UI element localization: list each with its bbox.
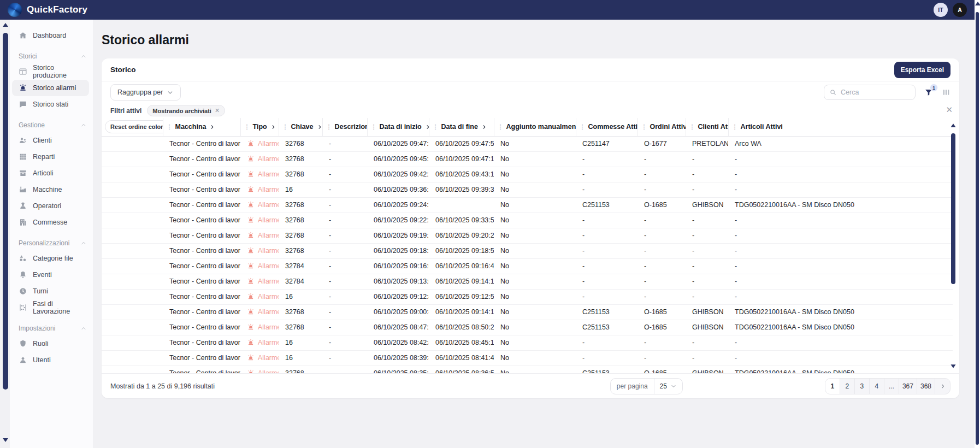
page-button-2[interactable]: 2 <box>840 379 855 394</box>
column-header-articoli-attivi[interactable]: ⋮Articoli Attivi <box>728 118 953 136</box>
drag-handle-icon[interactable]: ⋮ <box>371 124 376 130</box>
drag-handle-icon[interactable]: ⋮ <box>641 124 647 130</box>
sidebar-section-gestione[interactable]: Gestione <box>19 121 87 129</box>
results-count-text: Mostrati da 1 a 25 di 9,196 risultati <box>110 382 215 390</box>
page-scroll-up-icon[interactable] <box>975 2 980 5</box>
sort-chevron-icon[interactable] <box>425 124 429 130</box>
column-header-data-di-inizio[interactable]: ⋮Data di inizio <box>367 118 429 136</box>
sidebar-scroll-up-icon[interactable] <box>3 23 8 27</box>
table-row[interactable]: Tecnor - Centro di lavoro 1Allarme32768-… <box>102 213 953 228</box>
column-header-chiave[interactable]: ⋮Chiave <box>279 118 322 136</box>
sidebar-item-operatori[interactable]: Operatori <box>12 198 89 214</box>
reset-column-order-button[interactable]: Reset ordine colonne <box>105 120 163 133</box>
sidebar-item-fasi-di-lavorazione[interactable]: Fasi di Lavorazione <box>12 299 89 316</box>
export-excel-button[interactable]: Esporta Excel <box>894 62 951 78</box>
table-row[interactable]: Tecnor - Centro di lavoro 2Allarme32768-… <box>102 136 953 151</box>
sidebar-item-dashboard[interactable]: Dashboard <box>12 27 89 44</box>
chip-close-icon[interactable]: ✕ <box>215 107 220 114</box>
column-header-descrizione[interactable]: ⋮Descrizione <box>322 118 367 136</box>
table-row[interactable]: Tecnor - Centro di lavoro 3Allarme32768-… <box>102 366 953 373</box>
sidebar-item-ruoli[interactable]: Ruoli <box>12 335 89 352</box>
column-header-clienti-attivi[interactable]: ⋮Clienti Attivi <box>686 118 728 136</box>
alarm-history-table: Reset ordine colonne⋮Macchina⋮Tipo⋮Chiav… <box>102 118 953 373</box>
drag-handle-icon[interactable]: ⋮ <box>167 124 172 130</box>
sidebar-item-storico-produzione[interactable]: Storico produzione <box>12 63 89 80</box>
page-button-4[interactable]: 4 <box>870 379 884 394</box>
sidebar-scroll-down-icon[interactable] <box>3 438 8 442</box>
drag-handle-icon[interactable]: ⋮ <box>580 124 585 130</box>
search-input[interactable] <box>841 89 901 96</box>
table-scrollbar-thumb[interactable] <box>951 133 955 284</box>
page-button-367[interactable]: 367 <box>899 379 917 394</box>
sidebar-item-storico-stati[interactable]: Storico stati <box>12 96 89 113</box>
sidebar-scrollbar[interactable] <box>1 20 10 448</box>
sidebar-item-macchine[interactable]: Macchine <box>12 181 89 198</box>
table-row[interactable]: Tecnor - Centro di lavoro 1Allarme32784-… <box>102 258 953 274</box>
sidebar-item-articoli[interactable]: Articoli <box>12 165 89 181</box>
page-button-3[interactable]: 3 <box>855 379 870 394</box>
drag-handle-icon[interactable]: ⋮ <box>326 124 332 130</box>
page-button-1[interactable]: 1 <box>825 379 840 394</box>
sidebar-item-categorie-file[interactable]: Categorie file <box>12 250 89 267</box>
sidebar-section-personalizzazioni[interactable]: Personalizzazioni <box>19 239 87 247</box>
table-row[interactable]: Tecnor - Centro di lavoro 1Allarme32784-… <box>102 274 953 289</box>
drag-handle-icon[interactable]: ⋮ <box>498 124 503 130</box>
table-scroll-down-icon[interactable] <box>951 364 956 368</box>
sidebar-section-storici[interactable]: Storici <box>19 52 87 60</box>
table-row[interactable]: Tecnor - Centro di lavoro 1Allarme16-06/… <box>102 335 953 350</box>
sidebar-item-storico-allarmi[interactable]: Storico allarmi <box>12 80 89 96</box>
cell-ordini-attivi: - <box>637 258 686 274</box>
column-header-ordini-attivi[interactable]: ⋮Ordini Attivi <box>637 118 686 136</box>
column-header-data-di-fine[interactable]: ⋮Data di fine <box>429 118 494 136</box>
filter-chip-archived[interactable]: Mostrando archiviati ✕ <box>147 105 225 116</box>
sidebar-item-clienti[interactable]: Clienti <box>12 132 89 149</box>
next-page-button[interactable] <box>935 379 950 394</box>
avatar[interactable]: A <box>953 3 967 17</box>
language-badge[interactable]: IT <box>934 3 948 17</box>
table-row[interactable]: Tecnor - Centro di lavoro 1Allarme16-06/… <box>102 289 953 304</box>
table-scroll-up-icon[interactable] <box>951 123 956 127</box>
table-row[interactable]: Tecnor - Centro di lavoro 1Allarme32768-… <box>102 167 953 182</box>
sidebar-item-reparti[interactable]: Reparti <box>12 149 89 165</box>
columns-toggle-button[interactable] <box>942 88 951 97</box>
sidebar-scrollbar-thumb[interactable] <box>3 33 8 390</box>
sidebar-item-utenti[interactable]: Utenti <box>12 352 89 368</box>
search-box[interactable] <box>824 85 916 100</box>
table-row[interactable]: Tecnor - Centro di lavoro 1Allarme32768-… <box>102 151 953 167</box>
drag-handle-icon[interactable]: ⋮ <box>282 124 288 130</box>
column-header-tipo[interactable]: ⋮Tipo <box>240 118 279 136</box>
sidebar-item-eventi[interactable]: Eventi <box>12 267 89 283</box>
column-header-macchina[interactable]: ⋮Macchina <box>163 118 240 136</box>
table-row[interactable]: Tecnor - Centro di lavoro 1Allarme16-06/… <box>102 350 953 366</box>
table-row[interactable]: Tecnor - Centro di lavoro 3Allarme32768-… <box>102 197 953 213</box>
table-row[interactable]: Tecnor - Centro di lavoro 1Allarme32768-… <box>102 243 953 258</box>
cell-clienti-attivi: GHIBSON <box>686 366 728 373</box>
page-scrollbar[interactable] <box>975 0 980 448</box>
drag-handle-icon[interactable]: ⋮ <box>433 124 438 130</box>
sort-chevron-icon[interactable] <box>209 124 215 130</box>
drag-handle-icon[interactable]: ⋮ <box>732 124 737 130</box>
page-button-368[interactable]: 368 <box>917 379 935 394</box>
table-row[interactable]: Tecnor - Centro di lavoro 3Allarme32768-… <box>102 320 953 335</box>
filter-button[interactable]: 1 <box>924 88 933 97</box>
sidebar-item-commesse[interactable]: Commesse <box>12 214 89 231</box>
drag-handle-icon[interactable]: ⋮ <box>689 124 695 130</box>
drag-handle-icon[interactable]: ⋮ <box>244 124 250 130</box>
alarm-siren-icon <box>247 323 255 331</box>
table-row[interactable]: Tecnor - Centro di lavoro 3Allarme32768-… <box>102 304 953 320</box>
column-header-aggiunto-manualmente[interactable]: ⋮Aggiunto manualmente <box>494 118 576 136</box>
group-by-button[interactable]: Raggruppa per <box>110 84 181 101</box>
sort-chevron-icon[interactable] <box>481 124 487 130</box>
filters-close-icon[interactable]: ✕ <box>946 105 953 115</box>
table-row[interactable]: Tecnor - Centro di lavoro 1Allarme16-06/… <box>102 182 953 197</box>
page-scrollbar-thumb[interactable] <box>976 12 979 445</box>
sort-chevron-icon[interactable] <box>317 124 323 130</box>
sidebar-section-impostazioni[interactable]: Impostazioni <box>19 325 87 332</box>
column-header-commesse-attive[interactable]: ⋮Commesse Attive <box>576 118 637 136</box>
table-scrollbar[interactable] <box>950 119 957 372</box>
per-page-select[interactable]: 25 <box>654 379 682 394</box>
table-row[interactable]: Tecnor - Centro di lavoro 1Allarme32768-… <box>102 228 953 243</box>
sort-chevron-icon[interactable] <box>270 124 276 130</box>
sidebar-item-turni[interactable]: Turni <box>12 283 89 299</box>
cell-aggiunto-manualmente: No <box>494 366 576 373</box>
